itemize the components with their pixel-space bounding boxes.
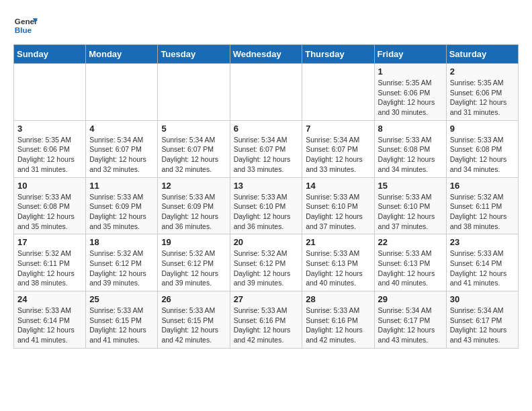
calendar-cell: 7Sunrise: 5:34 AM Sunset: 6:07 PM Daylig… <box>302 120 374 177</box>
day-number: 9 <box>450 124 515 134</box>
weekday-header: Saturday <box>446 45 518 64</box>
calendar-week-row: 10Sunrise: 5:33 AM Sunset: 6:08 PM Dayli… <box>14 177 519 234</box>
calendar-cell: 20Sunrise: 5:32 AM Sunset: 6:12 PM Dayli… <box>230 234 302 291</box>
day-number: 28 <box>306 294 370 304</box>
calendar-cell: 27Sunrise: 5:33 AM Sunset: 6:16 PM Dayli… <box>230 291 302 349</box>
day-info: Sunrise: 5:33 AM Sunset: 6:16 PM Dayligh… <box>306 306 370 345</box>
day-number: 8 <box>378 124 443 134</box>
day-info: Sunrise: 5:33 AM Sunset: 6:08 PM Dayligh… <box>450 135 515 175</box>
day-number: 5 <box>161 124 226 134</box>
day-number: 17 <box>17 237 82 247</box>
day-number: 25 <box>89 294 154 304</box>
day-info: Sunrise: 5:32 AM Sunset: 6:12 PM Dayligh… <box>234 248 299 288</box>
calendar-cell: 10Sunrise: 5:33 AM Sunset: 6:08 PM Dayli… <box>14 177 86 234</box>
calendar-cell: 28Sunrise: 5:33 AM Sunset: 6:16 PM Dayli… <box>302 291 374 349</box>
day-info: Sunrise: 5:33 AM Sunset: 6:13 PM Dayligh… <box>378 248 443 288</box>
day-number: 18 <box>89 237 154 247</box>
calendar-cell: 2Sunrise: 5:35 AM Sunset: 6:06 PM Daylig… <box>446 64 518 121</box>
logo: General Blue <box>13 13 38 38</box>
weekday-header: Wednesday <box>230 45 302 64</box>
calendar-cell: 15Sunrise: 5:33 AM Sunset: 6:10 PM Dayli… <box>374 177 446 234</box>
day-number: 11 <box>89 181 154 191</box>
calendar-cell: 1Sunrise: 5:35 AM Sunset: 6:06 PM Daylig… <box>374 64 446 121</box>
day-info: Sunrise: 5:33 AM Sunset: 6:08 PM Dayligh… <box>17 192 82 232</box>
calendar-week-row: 3Sunrise: 5:35 AM Sunset: 6:06 PM Daylig… <box>14 120 519 177</box>
calendar-cell <box>158 64 230 121</box>
day-number: 15 <box>378 181 443 191</box>
calendar-cell <box>86 64 158 121</box>
day-info: Sunrise: 5:33 AM Sunset: 6:09 PM Dayligh… <box>161 192 226 232</box>
day-info: Sunrise: 5:33 AM Sunset: 6:10 PM Dayligh… <box>234 192 299 232</box>
calendar-cell: 6Sunrise: 5:34 AM Sunset: 6:07 PM Daylig… <box>230 120 302 177</box>
day-number: 30 <box>450 294 515 304</box>
day-info: Sunrise: 5:33 AM Sunset: 6:16 PM Dayligh… <box>234 306 299 345</box>
calendar-cell: 13Sunrise: 5:33 AM Sunset: 6:10 PM Dayli… <box>230 177 302 234</box>
calendar-cell: 11Sunrise: 5:33 AM Sunset: 6:09 PM Dayli… <box>86 177 158 234</box>
calendar-cell: 3Sunrise: 5:35 AM Sunset: 6:06 PM Daylig… <box>14 120 86 177</box>
calendar-cell: 12Sunrise: 5:33 AM Sunset: 6:09 PM Dayli… <box>158 177 230 234</box>
day-number: 16 <box>450 181 515 191</box>
weekday-header: Thursday <box>302 45 374 64</box>
weekday-header: Tuesday <box>158 45 230 64</box>
day-info: Sunrise: 5:33 AM Sunset: 6:10 PM Dayligh… <box>378 192 443 232</box>
day-number: 20 <box>234 237 299 247</box>
logo-icon: General Blue <box>13 13 38 38</box>
day-info: Sunrise: 5:32 AM Sunset: 6:11 PM Dayligh… <box>17 248 82 288</box>
page-header: General Blue <box>13 13 519 38</box>
calendar-cell <box>14 64 86 121</box>
svg-text:Blue: Blue <box>15 26 32 34</box>
day-info: Sunrise: 5:33 AM Sunset: 6:15 PM Dayligh… <box>161 306 226 345</box>
calendar-header-row: SundayMondayTuesdayWednesdayThursdayFrid… <box>14 45 519 64</box>
day-number: 1 <box>378 66 443 77</box>
day-number: 29 <box>378 294 443 304</box>
calendar-cell: 16Sunrise: 5:32 AM Sunset: 6:11 PM Dayli… <box>446 177 518 234</box>
day-info: Sunrise: 5:33 AM Sunset: 6:08 PM Dayligh… <box>378 135 443 175</box>
day-number: 22 <box>378 237 443 247</box>
day-info: Sunrise: 5:35 AM Sunset: 6:06 PM Dayligh… <box>378 78 443 118</box>
day-number: 10 <box>17 181 82 191</box>
day-number: 2 <box>450 66 515 77</box>
day-info: Sunrise: 5:32 AM Sunset: 6:12 PM Dayligh… <box>161 248 226 288</box>
day-number: 6 <box>234 124 299 134</box>
calendar-cell: 8Sunrise: 5:33 AM Sunset: 6:08 PM Daylig… <box>374 120 446 177</box>
day-number: 4 <box>89 124 154 134</box>
day-info: Sunrise: 5:33 AM Sunset: 6:14 PM Dayligh… <box>450 248 515 288</box>
calendar-week-row: 17Sunrise: 5:32 AM Sunset: 6:11 PM Dayli… <box>14 234 519 291</box>
day-number: 14 <box>306 181 370 191</box>
day-info: Sunrise: 5:32 AM Sunset: 6:11 PM Dayligh… <box>450 192 515 232</box>
day-number: 27 <box>234 294 299 304</box>
calendar-table: SundayMondayTuesdayWednesdayThursdayFrid… <box>13 44 519 349</box>
day-number: 12 <box>161 181 226 191</box>
calendar-week-row: 24Sunrise: 5:33 AM Sunset: 6:14 PM Dayli… <box>14 291 519 349</box>
day-info: Sunrise: 5:34 AM Sunset: 6:07 PM Dayligh… <box>306 135 370 175</box>
day-info: Sunrise: 5:32 AM Sunset: 6:12 PM Dayligh… <box>89 248 154 288</box>
calendar-cell: 26Sunrise: 5:33 AM Sunset: 6:15 PM Dayli… <box>158 291 230 349</box>
day-number: 24 <box>17 294 82 304</box>
calendar-cell: 17Sunrise: 5:32 AM Sunset: 6:11 PM Dayli… <box>14 234 86 291</box>
day-info: Sunrise: 5:33 AM Sunset: 6:14 PM Dayligh… <box>17 306 82 345</box>
calendar-cell: 5Sunrise: 5:34 AM Sunset: 6:07 PM Daylig… <box>158 120 230 177</box>
day-info: Sunrise: 5:34 AM Sunset: 6:17 PM Dayligh… <box>378 306 443 345</box>
day-number: 13 <box>234 181 299 191</box>
day-info: Sunrise: 5:35 AM Sunset: 6:06 PM Dayligh… <box>450 78 515 118</box>
day-info: Sunrise: 5:34 AM Sunset: 6:07 PM Dayligh… <box>89 135 154 175</box>
calendar-cell: 18Sunrise: 5:32 AM Sunset: 6:12 PM Dayli… <box>86 234 158 291</box>
day-number: 3 <box>17 124 82 134</box>
day-number: 7 <box>306 124 370 134</box>
calendar-cell <box>230 64 302 121</box>
calendar-cell: 14Sunrise: 5:33 AM Sunset: 6:10 PM Dayli… <box>302 177 374 234</box>
weekday-header: Monday <box>86 45 158 64</box>
day-info: Sunrise: 5:33 AM Sunset: 6:13 PM Dayligh… <box>306 248 370 288</box>
day-info: Sunrise: 5:35 AM Sunset: 6:06 PM Dayligh… <box>17 135 82 175</box>
day-number: 26 <box>161 294 226 304</box>
calendar-cell: 19Sunrise: 5:32 AM Sunset: 6:12 PM Dayli… <box>158 234 230 291</box>
day-info: Sunrise: 5:34 AM Sunset: 6:07 PM Dayligh… <box>234 135 299 175</box>
calendar-cell: 23Sunrise: 5:33 AM Sunset: 6:14 PM Dayli… <box>446 234 518 291</box>
day-info: Sunrise: 5:33 AM Sunset: 6:10 PM Dayligh… <box>306 192 370 232</box>
calendar-cell <box>302 64 374 121</box>
weekday-header: Sunday <box>14 45 86 64</box>
day-number: 23 <box>450 237 515 247</box>
day-number: 21 <box>306 237 370 247</box>
calendar-cell: 4Sunrise: 5:34 AM Sunset: 6:07 PM Daylig… <box>86 120 158 177</box>
calendar-cell: 25Sunrise: 5:33 AM Sunset: 6:15 PM Dayli… <box>86 291 158 349</box>
